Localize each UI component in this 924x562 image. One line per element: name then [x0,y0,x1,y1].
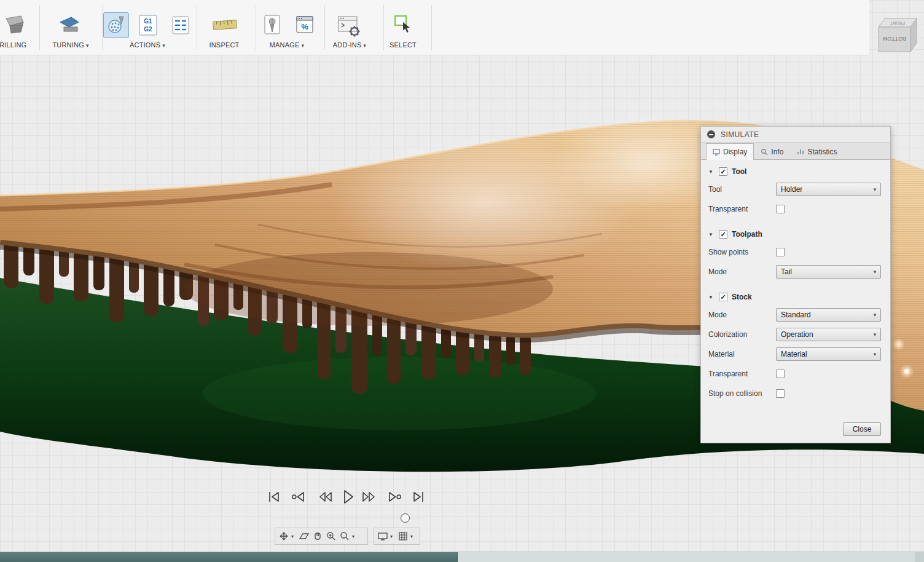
colorization-label: Colorization [708,330,776,339]
navigation-toolbar: ▾ ▾ [275,528,368,545]
section-tool: ▼ ✓ Tool Tool Holder▾ Transparent ✓ [701,164,890,219]
tab-display[interactable]: Display [706,143,754,160]
chevron-down-icon: ▾ [302,42,305,49]
tool-dropdown[interactable]: Holder▾ [776,183,881,196]
collapse-triangle-icon[interactable]: ▼ [708,295,715,300]
tab-statistics[interactable]: Statistics [790,144,844,159]
display-settings-toolbar: ▾ ▾ [374,528,420,545]
chevron-down-icon: ▾ [86,42,89,49]
drilling-tool-icon[interactable] [2,14,26,37]
measure-ruler-icon[interactable] [212,18,237,33]
step-back-button[interactable] [318,489,334,504]
svg-text:G1: G1 [144,18,152,25]
timeline-scrollbar-track[interactable] [0,552,924,562]
material-label: Material [708,350,776,358]
toolbar-separator [431,5,432,50]
select-cursor-icon[interactable] [394,15,414,36]
go-to-end-button[interactable] [410,489,426,504]
chevron-down-icon: ▾ [869,351,880,357]
grid-settings-icon[interactable] [397,529,409,543]
zoom-icon[interactable] [325,529,337,543]
toolbar-group-actions[interactable]: ACTIONS▾ [120,41,174,49]
close-button[interactable]: Close [843,422,881,436]
display-settings-icon[interactable] [377,529,389,543]
scrollbar-end-button[interactable] [915,552,924,562]
toolbar-ribbon: DRILLING TURNING▾ G1 G2 [0,0,869,55]
stock-transparent-checkbox[interactable]: ✓ [776,370,785,378]
viewcube-front-label: FRONT [890,21,905,25]
percent-settings-icon[interactable]: % [296,16,313,33]
chevron-down-icon: ▾ [162,42,165,49]
toolbar-separator [256,5,256,50]
toolbar-separator [39,5,40,50]
svg-text:G2: G2 [144,26,152,33]
collapse-triangle-icon[interactable]: ▼ [708,232,715,237]
look-at-icon[interactable] [298,529,310,543]
view-cube[interactable]: FRONT BOTTOM [871,12,923,64]
display-tab-icon [713,148,720,156]
chevron-down-icon[interactable]: ▾ [410,534,416,539]
toolbar-group-manage[interactable]: MANAGE▾ [261,41,313,49]
stock-mode-label: Mode [708,311,776,319]
pan-icon[interactable] [278,529,290,543]
go-to-beginning-button[interactable] [266,489,282,504]
dialog-tabbar: Display Info Statistics [701,143,890,160]
toolbar-group-select[interactable]: SELECT [382,41,425,49]
dialog-title: SIMULATE [721,130,759,139]
chevron-down-icon: ▾ [869,312,880,318]
stock-mode-dropdown[interactable]: Standard▾ [776,308,881,322]
stock-transparent-label: Transparent [708,370,776,378]
transparent-label: Transparent [708,205,776,213]
tool-label: Tool [708,185,776,194]
tool-section-checkbox[interactable]: ✓ [719,167,727,176]
tab-info[interactable]: Info [754,144,790,159]
turning-tool-icon[interactable] [59,15,81,36]
colorization-dropdown[interactable]: Operation▾ [776,328,881,341]
toolbar-group-drilling[interactable]: DRILLING [0,41,26,49]
toolpath-mode-label: Mode [708,267,776,276]
tool-transparent-checkbox[interactable]: ✓ [776,205,785,213]
toolbar-separator [197,5,197,50]
chevron-down-icon: ▾ [363,42,366,49]
toolbar-separator [102,5,103,50]
step-forward-button[interactable] [361,489,377,504]
next-operation-button[interactable] [386,489,402,504]
collapse-triangle-icon[interactable]: ▼ [708,169,715,175]
toolbar-group-addins[interactable]: ADD-INS▾ [324,41,375,49]
svg-text:%: % [301,22,308,31]
play-button[interactable] [340,488,356,505]
chevron-down-icon[interactable]: ▾ [390,534,396,539]
addins-scripts-icon[interactable] [338,15,361,37]
info-tab-icon [761,148,768,156]
viewcube-bottom-label: BOTTOM [883,36,906,42]
show-points-label: Show points [708,248,776,256]
section-stock: ▼ ✓ Stock Mode Standard▾ Colorization Op… [701,289,890,403]
toolpath-mode-dropdown[interactable]: Tail▾ [776,265,881,279]
chevron-down-icon: ▾ [869,186,880,192]
section-toolpath: ▼ ✓ Toolpath Show points ✓ Mode Tail▾ [701,226,890,282]
previous-operation-button[interactable] [291,489,307,504]
material-dropdown[interactable]: Material▾ [776,347,881,361]
timeline-scrollbar-thumb[interactable] [0,552,458,562]
show-points-checkbox[interactable]: ✓ [776,248,785,256]
statistics-icon[interactable] [172,16,189,34]
simulate-button-active[interactable] [103,12,129,38]
stock-section-checkbox[interactable]: ✓ [719,293,727,301]
minimize-icon[interactable] [707,130,715,138]
stop-on-collision-checkbox[interactable]: ✓ [776,389,785,398]
chevron-down-icon: ▾ [869,331,880,338]
zoom-window-icon[interactable] [339,529,351,543]
simulate-dialog-header[interactable]: SIMULATE [701,127,890,143]
chevron-down-icon[interactable]: ▾ [352,534,358,539]
simulate-dialog: SIMULATE Display Info Statistics [700,126,891,443]
application-window: FRONT BOTTOM DRILLING TURNING▾ [0,0,924,562]
simulate-icon [106,15,126,35]
toolpath-section-checkbox[interactable]: ✓ [719,230,727,239]
post-process-icon[interactable] [264,15,281,36]
toolbar-group-inspect[interactable]: INSPECT [203,41,246,49]
chevron-down-icon[interactable]: ▾ [291,534,297,539]
pan-hand-icon[interactable] [311,529,324,543]
toolbar-group-turning[interactable]: TURNING▾ [45,41,96,49]
g1g2-edit-icon[interactable]: G1 G2 [139,15,157,36]
timeline-slider-handle[interactable] [401,513,410,523]
